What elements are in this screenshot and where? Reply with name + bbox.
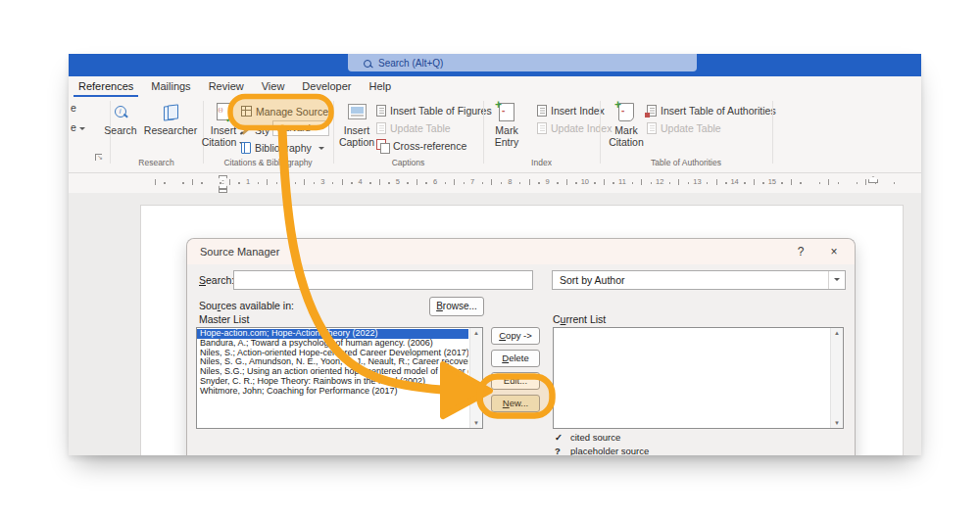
ribbon-search-box[interactable]: Search (Alt+Q) bbox=[348, 54, 697, 71]
ruler-tick bbox=[762, 182, 764, 184]
legend-item: ✓cited source bbox=[555, 432, 649, 443]
tab-view[interactable]: View bbox=[253, 76, 294, 97]
researcher-books-icon bbox=[163, 105, 178, 118]
master-list-label: Master List bbox=[199, 313, 249, 325]
manage-sources-button[interactable]: Manage Sources bbox=[241, 104, 333, 118]
document-icon bbox=[376, 105, 386, 117]
insert-citation-button[interactable]: (-) Insert Citation bbox=[205, 99, 242, 148]
edit-button[interactable]: Edit... bbox=[491, 372, 540, 390]
master-list-item[interactable]: Niles, S.G.; Using an action oriented ho… bbox=[197, 367, 468, 377]
ruler-tick bbox=[407, 182, 409, 184]
search-box-placeholder: Search (Alt+Q) bbox=[378, 58, 443, 69]
dialog-title-bar[interactable]: Source Manager ? × bbox=[187, 239, 855, 264]
master-list-box[interactable]: Hope-action.com; Hope-Action Theory (202… bbox=[196, 327, 483, 429]
ruler-tick bbox=[529, 179, 530, 185]
ruler-tick bbox=[388, 182, 390, 184]
delete-button[interactable]: Delete bbox=[491, 350, 540, 367]
ruler-tick bbox=[369, 182, 371, 184]
ruler-tick bbox=[538, 182, 540, 184]
help-button[interactable]: ? bbox=[793, 244, 808, 259]
researcher-button[interactable]: Researcher bbox=[141, 99, 200, 136]
ruler-number: 6 bbox=[433, 177, 437, 186]
ruler-tick bbox=[192, 179, 193, 185]
master-list-item[interactable]: Niles, S.; Action-oriented Hope-centered… bbox=[197, 349, 468, 358]
sort-dropdown[interactable]: Sort by Author bbox=[552, 270, 846, 290]
insert-table-of-figures-button[interactable]: Insert Table of Figures bbox=[376, 103, 492, 118]
ruler-tick bbox=[342, 179, 343, 185]
ruler-number: 10 bbox=[581, 177, 589, 186]
insert-caption-button[interactable]: Insert Caption bbox=[337, 99, 376, 148]
master-list-item[interactable]: Bandura, A.; Toward a psychology of huma… bbox=[197, 339, 468, 349]
insert-caption-icon bbox=[348, 104, 367, 119]
master-list-item[interactable]: Niles, S. G., Amundson, N. E., Yoon, H. … bbox=[197, 357, 468, 367]
ruler-number: 8 bbox=[508, 177, 512, 186]
ruler-tick bbox=[501, 182, 503, 184]
bibliography-button[interactable]: Bibliography bbox=[241, 140, 324, 155]
tab-review[interactable]: Review bbox=[200, 76, 253, 97]
mark-entry-icon: +- bbox=[499, 103, 514, 121]
ruler-tick bbox=[894, 182, 896, 184]
ruler-number: 2 bbox=[283, 177, 287, 186]
scroll-up-icon[interactable]: ▲ bbox=[831, 330, 843, 336]
group-label-citations: Citations & Bibliography bbox=[203, 158, 333, 167]
style-pen-icon bbox=[241, 125, 251, 135]
scrollbar[interactable]: ▲ ▼ bbox=[830, 328, 843, 428]
chevron-down-icon bbox=[314, 127, 319, 133]
ribbon-tabs: ReferencesMailingsReviewViewDeveloperHel… bbox=[69, 76, 921, 97]
scroll-down-icon[interactable]: ▼ bbox=[470, 420, 482, 426]
tab-mailings[interactable]: Mailings bbox=[142, 76, 199, 97]
ruler-tick bbox=[632, 182, 634, 184]
ruler-tick bbox=[491, 179, 492, 185]
new-button[interactable]: New... bbox=[491, 395, 540, 412]
mark-citation-icon: +- bbox=[618, 103, 634, 121]
scroll-up-icon[interactable]: ▲ bbox=[470, 330, 482, 336]
document-icon bbox=[537, 105, 547, 117]
browse-button[interactable]: Browse... bbox=[429, 297, 484, 316]
document-icon bbox=[376, 122, 386, 134]
ruler-tick bbox=[276, 182, 278, 184]
style-dropdown[interactable]: Harvard bbox=[272, 120, 329, 136]
cropped-button-fragment: e bbox=[71, 121, 85, 133]
mark-entry-button[interactable]: +- Mark Entry bbox=[488, 99, 525, 148]
ruler-tick bbox=[725, 182, 727, 184]
bibliography-book-icon bbox=[241, 142, 251, 154]
current-list-box[interactable]: ▲ ▼ bbox=[553, 327, 844, 429]
group-separator bbox=[772, 101, 773, 164]
ruler-number: 13 bbox=[693, 177, 701, 186]
dialog-launcher-icon[interactable] bbox=[95, 154, 104, 163]
ruler-tick bbox=[445, 182, 447, 184]
master-list-item[interactable]: Hope-action.com; Hope-Action Theory (202… bbox=[197, 329, 468, 339]
right-indent-marker[interactable] bbox=[868, 176, 878, 183]
ruler-tick bbox=[182, 182, 184, 184]
scroll-down-icon[interactable]: ▼ bbox=[831, 420, 843, 426]
tab-references[interactable]: References bbox=[70, 76, 142, 97]
master-list-item[interactable]: Snyder, C. R.; Hope Theory: Rainbows in … bbox=[197, 377, 468, 387]
search-input[interactable] bbox=[233, 270, 533, 290]
scrollbar[interactable]: ▲ ▼ bbox=[469, 328, 482, 428]
ruler-tick bbox=[267, 179, 268, 185]
master-list-item[interactable]: Whitmore, John; Coaching for Performance… bbox=[197, 387, 468, 397]
cross-reference-button[interactable]: Cross-reference bbox=[376, 138, 466, 153]
search-magnifier-icon bbox=[115, 106, 127, 118]
indent-marker[interactable] bbox=[219, 175, 227, 193]
copy-button[interactable]: Copy -> bbox=[491, 327, 540, 345]
ruler-tick bbox=[865, 179, 866, 185]
ruler-tick bbox=[688, 182, 690, 184]
sources-available-label: Sources available in: bbox=[199, 300, 294, 311]
ruler-tick bbox=[791, 179, 792, 185]
word-window: Search (Alt+Q) ReferencesMailingsReviewV… bbox=[69, 54, 921, 455]
insert-index-button[interactable]: Insert Index bbox=[537, 103, 605, 118]
ruler-tick bbox=[575, 182, 577, 184]
insert-table-of-authorities-button[interactable]: Insert Table of Authorities bbox=[647, 103, 776, 118]
legend-label: cited source bbox=[570, 432, 620, 443]
close-icon[interactable]: × bbox=[826, 244, 842, 259]
tab-developer[interactable]: Developer bbox=[293, 76, 360, 97]
search-button[interactable]: Search bbox=[100, 99, 141, 136]
ruler-number: 3 bbox=[320, 177, 324, 186]
style-label: Sty bbox=[241, 122, 270, 137]
dropdown-arrow[interactable] bbox=[828, 271, 845, 289]
tab-help[interactable]: Help bbox=[361, 76, 401, 97]
ruler-number: 1 bbox=[246, 177, 250, 186]
ruler-tick bbox=[716, 179, 717, 185]
mark-citation-button[interactable]: +- Mark Citation bbox=[606, 99, 647, 148]
